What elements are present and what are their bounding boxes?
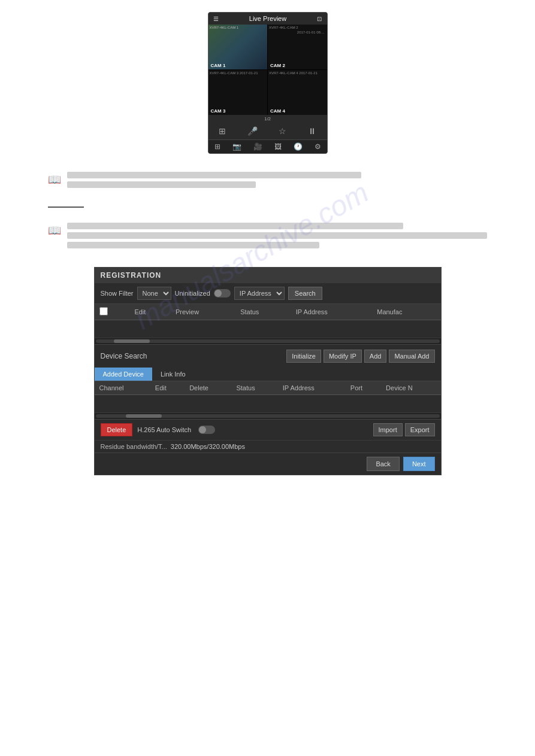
note-content-1 — [67, 172, 487, 192]
phone-header: ☰ Live Preview ⊡ — [208, 13, 327, 25]
lower-col-port: Port — [346, 381, 381, 395]
registration-panel: REGISTRATION Show Filter None Uninitiali… — [94, 267, 442, 475]
camera-grid: XVR7-4KL-CAM 1 CAM 1 XVR7-4KL-CAM 2 2017… — [208, 25, 327, 115]
col-status: Status — [235, 304, 291, 320]
tab-added-device[interactable]: Added Device — [95, 368, 153, 381]
page-container: ☰ Live Preview ⊡ XVR7-4KL-CAM 1 CAM 1 XV… — [0, 0, 535, 487]
device-search-label: Device Search — [101, 352, 147, 360]
lower-col-delete: Delete — [185, 381, 231, 395]
book-icon-2: 📖 — [48, 224, 61, 237]
cam4-label: CAM 4 — [270, 108, 285, 114]
filter-select[interactable]: None — [137, 287, 171, 300]
delete-button[interactable]: Delete — [101, 423, 133, 436]
phone-screenshot-section: ☰ Live Preview ⊡ XVR7-4KL-CAM 1 CAM 1 XV… — [0, 12, 535, 154]
device-search-buttons: Initialize Modify IP Add Manual Add — [286, 350, 434, 363]
text-line-5 — [67, 242, 319, 248]
page-indicator: 1/2 — [208, 115, 327, 123]
monitor-icon: ⊞ — [219, 126, 226, 136]
search-button[interactable]: Search — [288, 287, 322, 300]
export-button[interactable]: Export — [405, 423, 435, 436]
bandwidth-value: 320.00Mbps/320.00Mbps — [171, 443, 245, 450]
scrollbar-thumb-2 — [126, 414, 162, 418]
upper-device-table: Edit Preview Status IP Address Manufac — [95, 304, 441, 338]
bottom-controls: Delete H.265 Auto Switch Import Export — [95, 419, 441, 440]
scrollbar-track-2 — [96, 414, 440, 418]
lower-scrollbar[interactable] — [95, 413, 441, 419]
h265-toggle[interactable] — [198, 426, 215, 434]
import-export-group: Import Export — [373, 423, 435, 436]
panel-title: REGISTRATION — [95, 268, 441, 283]
text-line-2 — [67, 181, 256, 188]
phone-title: Live Preview — [249, 15, 286, 22]
col-manufacturer: Manufac — [372, 304, 440, 320]
camera-cell-1: XVR7-4KL-CAM 1 CAM 1 — [208, 25, 268, 69]
note-section-2: 📖 — [0, 217, 535, 258]
col-checkbox — [95, 304, 130, 320]
col-ip-address: IP Address — [291, 304, 372, 320]
show-filter-label: Show Filter — [101, 290, 134, 297]
phone-controls: ⊞ 🎤 ☆ ⏸ — [208, 123, 327, 139]
uninitialized-toggle[interactable] — [214, 289, 231, 297]
settings-icon[interactable]: ⚙ — [315, 142, 321, 151]
camera-cell-3: XVR7-4KL-CAM 3 2017-01-21 CAM 3 — [208, 70, 268, 115]
star-icon: ☆ — [279, 126, 286, 136]
cam3-timestamp: XVR7-4KL-CAM 3 2017-01-21 — [210, 71, 258, 75]
phone-screen: ☰ Live Preview ⊡ XVR7-4KL-CAM 1 CAM 1 XV… — [208, 12, 328, 154]
note-section-1: 📖 — [0, 166, 535, 198]
lower-col-channel: Channel — [95, 381, 150, 395]
book-icon-1: 📖 — [48, 173, 61, 186]
select-all-checkbox[interactable] — [99, 307, 108, 315]
cam2-timestamp: XVR7-4KL-CAM 2 — [269, 26, 298, 29]
import-button[interactable]: Import — [373, 423, 403, 436]
upper-table-header: Edit Preview Status IP Address Manufac — [95, 304, 441, 320]
lower-col-ip: IP Address — [278, 381, 346, 395]
ip-address-select[interactable]: IP Address — [234, 287, 285, 300]
phone-bottom-bar: ⊞ 📷 🎥 🖼 🕐 ⚙ — [208, 139, 327, 153]
camera-cell-4: XVR7-4KL-CAM 4 2017-01-21 CAM 4 — [268, 70, 327, 115]
upper-table-body — [95, 320, 441, 338]
add-button[interactable]: Add — [364, 350, 387, 363]
clock-icon[interactable]: 🕐 — [294, 142, 303, 151]
grid-icon[interactable]: ⊞ — [214, 142, 220, 151]
lower-col-edit: Edit — [150, 381, 185, 395]
camera-icon[interactable]: 📷 — [232, 142, 241, 151]
panel-toolbar: Show Filter None Uninitialized IP Addres… — [95, 283, 441, 304]
cam1-label: CAM 1 — [211, 63, 226, 68]
mic-icon: 🎤 — [247, 126, 258, 136]
bandwidth-label: Residue bandwidth/T... — [101, 443, 167, 450]
cam1-timestamp: XVR7-4KL-CAM 1 — [210, 26, 239, 29]
h265-toggle-knob — [199, 426, 206, 433]
pause-icon: ⏸ — [308, 126, 316, 136]
uninitialized-label: Uninitialized — [175, 290, 210, 297]
lower-device-table: Channel Edit Delete Status IP Address Po… — [95, 381, 441, 413]
next-button[interactable]: Next — [403, 457, 435, 471]
note-content-2 — [67, 223, 487, 252]
modify-ip-button[interactable]: Modify IP — [324, 350, 362, 363]
lower-table-header: Channel Edit Delete Status IP Address Po… — [95, 381, 441, 395]
text-line-1 — [67, 172, 361, 178]
cam4-timestamp: XVR7-4KL-CAM 4 2017-01-21 — [269, 71, 318, 75]
initialize-button[interactable]: Initialize — [286, 350, 321, 363]
registration-section: REGISTRATION Show Filter None Uninitiali… — [0, 267, 535, 475]
text-line-4 — [67, 232, 487, 239]
lower-empty-row — [95, 395, 441, 413]
video-icon[interactable]: 🎥 — [253, 142, 262, 151]
cast-icon: ⊡ — [317, 16, 322, 22]
tab-link-info[interactable]: Link Info — [152, 368, 194, 381]
scrollbar-thumb-1 — [114, 339, 150, 343]
manual-add-button[interactable]: Manual Add — [389, 350, 434, 363]
back-button[interactable]: Back — [367, 457, 399, 471]
col-preview: Preview — [171, 304, 235, 320]
lower-col-status: Status — [231, 381, 277, 395]
bandwidth-info: Residue bandwidth/T... 320.00Mbps/320.00… — [95, 440, 441, 453]
empty-row — [95, 320, 441, 338]
cam2-label: CAM 2 — [270, 63, 285, 68]
section-divider — [48, 207, 84, 208]
upper-scrollbar[interactable] — [95, 338, 441, 344]
camera-cell-2: XVR7-4KL-CAM 2 2017-01-01 08:... CAM 2 — [268, 25, 327, 69]
lower-table-body — [95, 395, 441, 413]
nav-buttons: Back Next — [95, 453, 441, 475]
image-icon[interactable]: 🖼 — [274, 142, 282, 151]
hamburger-icon: ☰ — [213, 16, 219, 22]
panel-tabs: Added Device Link Info — [95, 368, 441, 381]
